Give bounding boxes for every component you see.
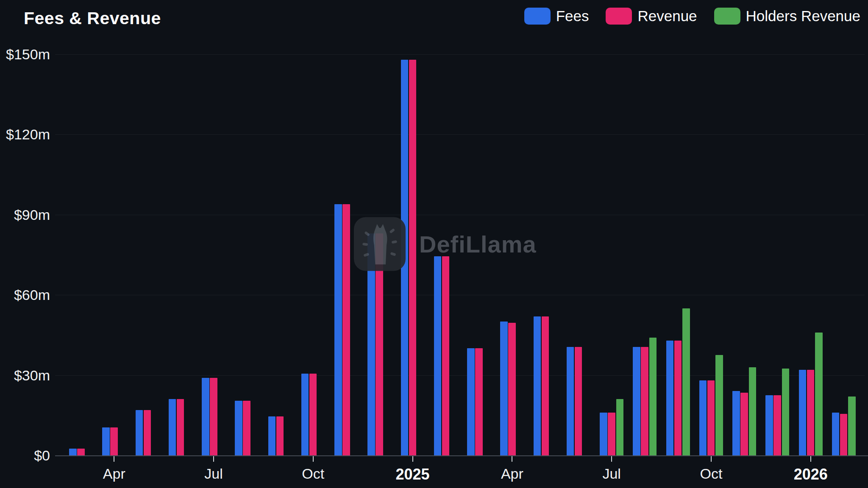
fees-bar[interactable]	[69, 449, 77, 455]
revenue-bar[interactable]	[376, 233, 383, 455]
fees-bar[interactable]	[567, 347, 574, 455]
watermark-text: DefiLlama	[419, 230, 537, 258]
revenue-bar[interactable]	[641, 347, 648, 455]
fees-bar[interactable]	[169, 399, 176, 455]
revenue-bar[interactable]	[409, 60, 417, 455]
holders-bar[interactable]	[848, 396, 856, 455]
fees-bar[interactable]	[600, 413, 607, 455]
revenue-bar[interactable]	[144, 410, 151, 455]
holders-bar[interactable]	[815, 333, 823, 455]
gridline	[55, 54, 865, 55]
x-axis-tick	[313, 456, 314, 462]
fees-bar[interactable]	[699, 380, 707, 455]
gridline	[55, 375, 865, 376]
fees-bar[interactable]	[666, 341, 674, 455]
x-axis-tick	[512, 456, 512, 462]
fees-bar[interactable]	[202, 378, 209, 455]
revenue-bar[interactable]	[110, 427, 118, 455]
revenue-bar[interactable]	[542, 316, 549, 455]
gridline	[55, 215, 865, 215]
y-axis-label: $60m	[0, 287, 50, 303]
revenue-bar[interactable]	[508, 323, 516, 455]
revenue-bar[interactable]	[807, 370, 815, 455]
fees-bar[interactable]	[235, 401, 242, 455]
holders-bar[interactable]	[749, 367, 757, 455]
fees-bar[interactable]	[534, 316, 541, 455]
holders-bar[interactable]	[715, 355, 723, 455]
gridline	[55, 295, 865, 295]
fees-bar[interactable]	[102, 427, 110, 455]
fees-bar[interactable]	[467, 348, 475, 455]
revenue-bar[interactable]	[243, 401, 250, 455]
y-axis-label: $90m	[0, 206, 50, 223]
x-axis-tick	[711, 456, 712, 462]
fees-bar[interactable]	[799, 370, 807, 455]
x-axis-line	[55, 455, 868, 456]
revenue-bar[interactable]	[707, 380, 715, 455]
fees-bar[interactable]	[500, 322, 508, 455]
legend-label: Revenue	[637, 8, 697, 25]
fees-bar[interactable]	[434, 256, 442, 455]
revenue-bar[interactable]	[77, 449, 85, 455]
revenue-bar[interactable]	[674, 341, 682, 455]
revenue-bar[interactable]	[773, 395, 781, 455]
legend-label: Holders Revenue	[746, 8, 860, 25]
legend-item-revenue[interactable]: Revenue	[606, 8, 697, 25]
gridline	[55, 134, 865, 135]
holders-bar[interactable]	[616, 399, 624, 455]
x-axis-label: Oct	[302, 466, 324, 482]
x-axis-label: Apr	[501, 466, 523, 482]
legend: FeesRevenueHolders Revenue	[524, 8, 860, 25]
x-axis-label: 2026	[794, 466, 828, 483]
x-axis-tick	[114, 456, 114, 462]
legend-swatch	[524, 8, 551, 25]
x-axis-tick	[810, 456, 811, 462]
holders-bar[interactable]	[782, 369, 790, 455]
fees-bar[interactable]	[301, 374, 309, 455]
revenue-bar[interactable]	[309, 374, 317, 455]
y-axis-label: $0	[0, 447, 50, 464]
revenue-bar[interactable]	[210, 378, 217, 455]
revenue-bar[interactable]	[840, 414, 848, 455]
chart-title: Fees & Revenue	[24, 8, 161, 28]
legend-swatch	[606, 8, 632, 25]
x-axis-label: Jul	[602, 466, 620, 482]
fees-bar[interactable]	[268, 416, 276, 455]
legend-item-fees[interactable]: Fees	[524, 8, 589, 25]
x-axis-tick	[611, 456, 612, 462]
fees-bar[interactable]	[367, 233, 375, 455]
revenue-bar[interactable]	[740, 393, 748, 455]
holders-bar[interactable]	[682, 308, 690, 455]
legend-item-holders-revenue[interactable]: Holders Revenue	[714, 8, 860, 25]
revenue-bar[interactable]	[575, 347, 582, 455]
fees-revenue-chart: Fees & Revenue FeesRevenueHolders Revenu…	[0, 0, 868, 488]
fees-bar[interactable]	[334, 204, 342, 455]
legend-swatch	[714, 8, 740, 25]
legend-label: Fees	[556, 8, 589, 25]
y-axis-label: $120m	[0, 126, 50, 143]
revenue-bar[interactable]	[177, 399, 184, 455]
holders-bar[interactable]	[649, 338, 657, 455]
fees-bar[interactable]	[136, 410, 143, 455]
fees-bar[interactable]	[765, 395, 773, 455]
x-axis-label: Oct	[700, 466, 722, 482]
revenue-bar[interactable]	[475, 348, 483, 455]
fees-bar[interactable]	[633, 347, 640, 455]
x-axis-tick	[213, 456, 214, 462]
fees-bar[interactable]	[832, 413, 840, 455]
revenue-bar[interactable]	[342, 204, 350, 455]
revenue-bar[interactable]	[442, 256, 450, 455]
x-axis-label: Apr	[103, 466, 125, 482]
x-axis-label: Jul	[204, 466, 223, 482]
y-axis-label: $150m	[0, 46, 50, 63]
revenue-bar[interactable]	[276, 416, 284, 455]
revenue-bar[interactable]	[608, 413, 615, 455]
y-axis-label: $30m	[0, 367, 50, 383]
fees-bar[interactable]	[732, 391, 740, 455]
x-axis-tick	[412, 456, 413, 462]
x-axis-label: 2025	[396, 466, 430, 483]
fees-bar[interactable]	[401, 60, 409, 455]
